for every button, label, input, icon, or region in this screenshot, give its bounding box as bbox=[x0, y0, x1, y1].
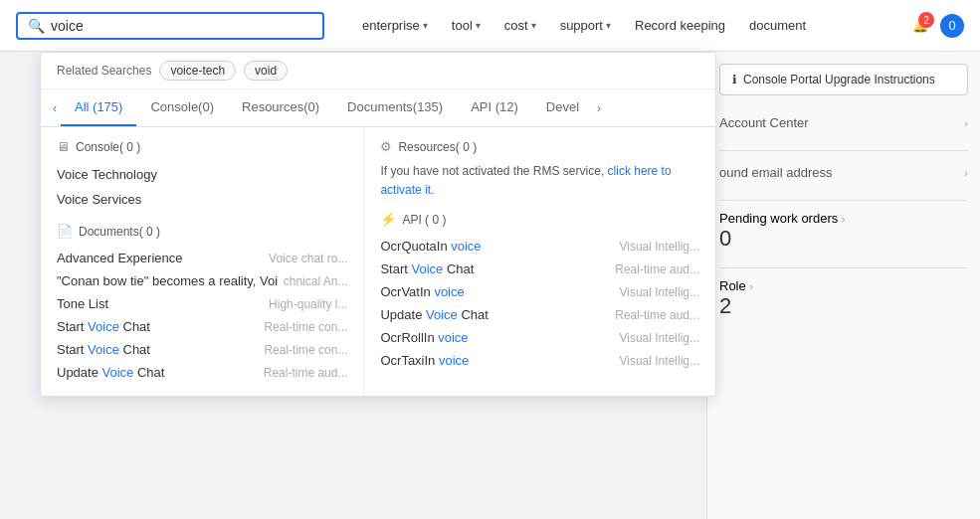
email-link[interactable]: ound email address › bbox=[719, 161, 968, 184]
record-keeping-label: Record keeping bbox=[635, 18, 725, 33]
list-item[interactable]: OcrRollIn voice Visual Intellig... bbox=[380, 326, 699, 349]
tab-devel[interactable]: Devel bbox=[532, 89, 593, 126]
result-text: Voice Technology bbox=[57, 167, 157, 182]
document-label: document bbox=[749, 18, 806, 33]
result-subtext: Real-time con... bbox=[264, 320, 347, 334]
result-text: OcrVatIn voice bbox=[380, 284, 464, 299]
tab-resources[interactable]: Resources(0) bbox=[228, 89, 333, 126]
list-item[interactable]: Update Voice Chat Real-time aud... bbox=[380, 303, 699, 326]
result-subtext: Visual Intellig... bbox=[619, 240, 699, 254]
console-section-header: 🖥 Console( 0 ) bbox=[57, 139, 347, 154]
result-subtext: Real-time aud... bbox=[264, 366, 348, 380]
nav-right: 🔔 2 0 bbox=[908, 14, 964, 38]
document-icon: 📄 bbox=[57, 224, 73, 239]
highlight-voice: Voice bbox=[412, 261, 444, 276]
result-text: Advanced Experience bbox=[57, 251, 182, 265]
nav-cost[interactable]: cost ▾ bbox=[494, 12, 546, 39]
result-text: Update Voice Chat bbox=[380, 307, 488, 322]
tag-voice-tech[interactable]: voice-tech bbox=[159, 61, 236, 81]
bell-button[interactable]: 🔔 2 bbox=[908, 14, 932, 37]
bell-badge: 2 bbox=[918, 12, 934, 28]
result-subtext: Visual Intellig... bbox=[619, 354, 699, 368]
tab-prev-arrow[interactable]: ‹ bbox=[49, 93, 61, 123]
list-item[interactable]: Update Voice Chat Real-time aud... bbox=[57, 361, 347, 384]
chevron-right-icon: › bbox=[964, 167, 968, 179]
tab-documents[interactable]: Documents(135) bbox=[333, 89, 457, 126]
api-section-header: ⚡ API ( 0 ) bbox=[380, 212, 699, 227]
resources-section-header: ⚙ Resources( 0 ) bbox=[380, 139, 699, 154]
pending-row: Pending work orders › bbox=[719, 211, 968, 226]
result-subtext: Real-time aud... bbox=[615, 308, 699, 322]
highlight-voice: Voice bbox=[88, 319, 119, 334]
result-text: OcrRollIn voice bbox=[380, 330, 468, 345]
tab-next-arrow[interactable]: › bbox=[593, 93, 605, 123]
result-subtext: Real-time con... bbox=[264, 343, 347, 357]
result-text: OcrTaxiIn voice bbox=[380, 353, 469, 368]
upgrade-button[interactable]: ℹ Console Portal Upgrade Instructions bbox=[719, 64, 968, 95]
list-item[interactable]: OcrVatIn voice Visual Intellig... bbox=[380, 280, 699, 303]
nav-record-keeping[interactable]: Record keeping bbox=[625, 12, 735, 39]
highlight-voice: Voice bbox=[88, 342, 119, 357]
related-searches-bar: Related Searches voice-tech void bbox=[41, 53, 715, 89]
nav-tool[interactable]: tool ▾ bbox=[442, 12, 490, 39]
divider bbox=[719, 267, 968, 268]
role-row: Role › bbox=[719, 278, 968, 293]
chevron-down-icon: ▾ bbox=[531, 20, 536, 31]
result-text: Voice Services bbox=[57, 192, 141, 207]
tool-label: tool bbox=[452, 18, 473, 33]
highlight-voice: voice bbox=[451, 239, 481, 254]
highlight-voice: Voice bbox=[102, 365, 134, 380]
list-item[interactable]: Start Voice Chat Real-time con... bbox=[57, 338, 347, 361]
chevron-right-icon: › bbox=[964, 117, 968, 129]
list-item[interactable]: Tone List High-quality l... bbox=[57, 292, 347, 315]
user-badge[interactable]: 0 bbox=[940, 14, 964, 38]
divider bbox=[719, 150, 968, 151]
results-left: 🖥 Console( 0 ) Voice Technology Voice Se… bbox=[41, 127, 364, 396]
tag-void[interactable]: void bbox=[244, 61, 288, 81]
result-text: OcrQuotaIn voice bbox=[380, 239, 481, 254]
tab-api[interactable]: API (12) bbox=[457, 89, 532, 126]
list-item[interactable]: Voice Technology bbox=[57, 162, 347, 187]
list-item[interactable]: Voice Services bbox=[57, 187, 347, 212]
role-label-text: Role bbox=[719, 278, 746, 293]
chevron-right-icon: › bbox=[749, 280, 753, 292]
email-label: ound email address bbox=[719, 165, 832, 180]
related-label: Related Searches bbox=[57, 64, 151, 78]
list-item[interactable]: OcrTaxiIn voice Visual Intellig... bbox=[380, 349, 699, 372]
nav-items: enterprise ▾ tool ▾ cost ▾ support ▾ Rec… bbox=[352, 12, 900, 39]
nav-document[interactable]: document bbox=[739, 12, 816, 39]
resources-header-label: Resources( 0 ) bbox=[398, 140, 477, 154]
divider bbox=[719, 200, 968, 201]
info-icon: ℹ bbox=[732, 73, 737, 86]
result-text: Update Voice Chat bbox=[57, 365, 164, 380]
search-icon: 🔍 bbox=[28, 18, 45, 34]
nav-enterprise[interactable]: enterprise ▾ bbox=[352, 12, 438, 39]
role-value: 2 bbox=[719, 293, 968, 319]
result-text: Start Voice Chat bbox=[380, 261, 474, 276]
result-text: "Conan bow tie" becomes a reality, Voi bbox=[57, 273, 278, 288]
nav-support[interactable]: support ▾ bbox=[550, 12, 621, 39]
list-item[interactable]: Start Voice Chat Real-time con... bbox=[57, 315, 347, 338]
account-center-link[interactable]: Account Center › bbox=[719, 111, 968, 134]
search-input[interactable] bbox=[51, 18, 312, 34]
list-item[interactable]: OcrQuotaIn voice Visual Intellig... bbox=[380, 235, 699, 258]
api-icon: ⚡ bbox=[380, 212, 396, 227]
rms-notice: If you have not activated the RMS servic… bbox=[380, 162, 699, 200]
account-center-label: Account Center bbox=[719, 115, 809, 130]
list-item[interactable]: "Conan bow tie" becomes a reality, Voi c… bbox=[57, 269, 347, 292]
resources-icon: ⚙ bbox=[380, 139, 392, 154]
result-text: Tone List bbox=[57, 296, 108, 311]
tab-console[interactable]: Console(0) bbox=[136, 89, 228, 126]
pending-label: Pending work orders › bbox=[719, 211, 846, 226]
result-subtext: Real-time aud... bbox=[615, 262, 699, 276]
list-item[interactable]: Advanced Experience Voice chat ro... bbox=[57, 247, 347, 269]
search-dropdown: Related Searches voice-tech void ‹ All (… bbox=[40, 52, 716, 397]
list-item[interactable]: Start Voice Chat Real-time aud... bbox=[380, 258, 699, 280]
highlight-voice: Voice bbox=[426, 307, 458, 322]
highlight-voice: voice bbox=[434, 284, 464, 299]
result-text: Start Voice Chat bbox=[57, 342, 150, 357]
upgrade-label: Console Portal Upgrade Instructions bbox=[743, 73, 935, 86]
highlight-voice: voice bbox=[439, 353, 469, 368]
tab-all[interactable]: All (175) bbox=[61, 89, 136, 126]
result-subtext: chnical An... bbox=[284, 274, 348, 288]
